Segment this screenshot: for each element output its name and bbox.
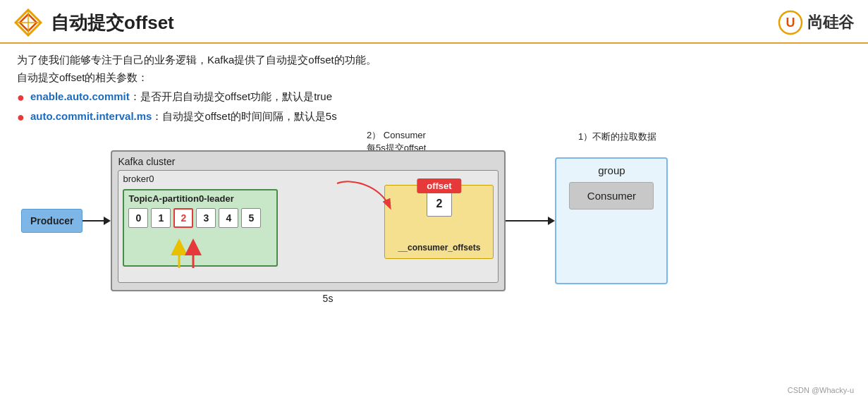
consumer-offsets-box: offset 2 __consumer_offsets [384, 185, 494, 259]
cluster-arrow-line [506, 220, 548, 222]
annotation-1pull-text: 1）不断的拉取数据 [578, 131, 656, 142]
annotation-2consumer-text: 2） Consumer [367, 130, 426, 140]
brand-name: 尚硅谷 [807, 12, 854, 33]
content-area: 为了使我们能够专注于自己的业务逻辑，Kafka提供了自动提交offset的功能。… [0, 44, 868, 125]
partition-label: TopicA-partition0-leader [128, 193, 272, 204]
brand-logo: U 尚硅谷 [778, 10, 854, 35]
offset-num-1: 1 [151, 208, 171, 228]
bullet-dot-1: ● [17, 90, 25, 106]
svg-text:U: U [786, 16, 795, 30]
producer-arrow-head [104, 217, 111, 225]
annotation-1pull: 1）不断的拉取数据 [578, 131, 656, 143]
bullet-1-suffix: ：是否开启自动提交offset功能，默认是true [130, 90, 332, 102]
interval-label: 5s [130, 293, 525, 304]
offset-badge: offset [417, 178, 461, 193]
header-left: 自动提交offset [14, 8, 174, 37]
diagram-row: Producer Kafka cluster broker0 TopicA-pa… [14, 150, 854, 291]
bullet-dot-2: ● [17, 110, 25, 126]
consumer-offsets-num: 2 [427, 191, 452, 217]
consumer-offsets-label: __consumer_offsets [398, 243, 481, 253]
keyword-1: enable.auto.commit [30, 90, 130, 102]
offset-numbers: 0 1 2 3 4 5 [128, 208, 272, 228]
producer-arrow-line [82, 220, 104, 222]
producer-container: Producer [21, 209, 82, 233]
bullet-2-text: auto.commit.interval.ms：自动提交offset的时间间隔，… [30, 110, 337, 123]
offset-num-4: 4 [219, 208, 238, 228]
bullet-1: ● enable.auto.commit：是否开启自动提交offset功能，默认… [17, 90, 851, 106]
offset-num-0: 0 [128, 208, 148, 228]
consumer-inner-box: Consumer [569, 182, 654, 210]
group-box: group Consumer [555, 157, 668, 284]
group-label: group [598, 164, 625, 176]
watermark: CSDN @Whacky-u [788, 386, 854, 394]
broker-box: broker0 TopicA-partition0-leader 0 1 2 3… [118, 170, 499, 283]
cluster-to-group-arrow [506, 217, 555, 225]
header: 自动提交offset U 尚硅谷 [0, 0, 868, 44]
interval-label-container: 5s [130, 293, 854, 304]
bullet-2: ● auto.commit.interval.ms：自动提交offset的时间间… [17, 110, 851, 126]
page-title: 自动提交offset [51, 11, 174, 35]
kafka-cluster-label: Kafka cluster [118, 156, 499, 167]
offset-num-3: 3 [196, 208, 216, 228]
bullet-2-suffix: ：自动提交offset的时间间隔，默认是5s [152, 110, 336, 122]
keyword-2: auto.commit.interval.ms [30, 110, 152, 122]
producer-arrow [82, 217, 111, 225]
producer-box: Producer [21, 209, 82, 233]
intro-text-1: 为了使我们能够专注于自己的业务逻辑，Kafka提供了自动提交offset的功能。 [17, 54, 851, 67]
annotations-row: 2） Consumer 每5s提交offset 1）不断的拉取数据 [71, 129, 854, 150]
kafka-cluster-box: Kafka cluster broker0 TopicA-partition0-… [111, 150, 506, 291]
offset-num-5: 5 [241, 208, 261, 228]
brand-icon: U [778, 10, 803, 35]
intro-text-2: 自动提交offset的相关参数： [17, 71, 851, 85]
cluster-arrow-head [548, 217, 555, 225]
partition-box: TopicA-partition0-leader 0 1 2 3 4 5 [123, 189, 278, 267]
bullet-1-text: enable.auto.commit：是否开启自动提交offset功能，默认是t… [30, 90, 332, 104]
offset-num-2: 2 [173, 208, 193, 228]
logo-diamond-icon [14, 8, 42, 37]
diagram-wrapper: 2） Consumer 每5s提交offset 1）不断的拉取数据 Produc… [14, 129, 854, 304]
